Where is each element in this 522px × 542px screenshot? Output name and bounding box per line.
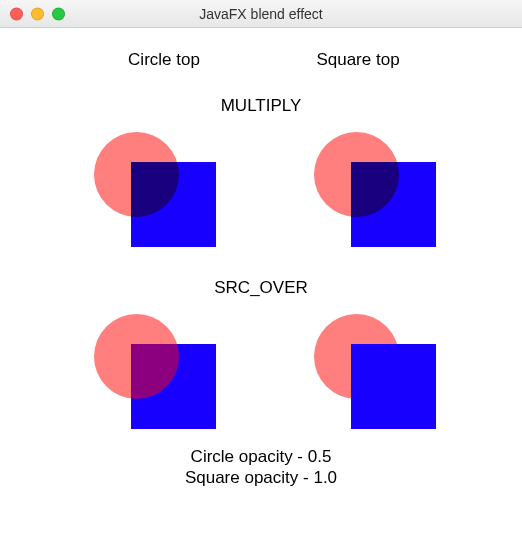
row-srcover	[0, 304, 522, 434]
cell-srcover-circle-top	[76, 304, 226, 434]
minimize-icon[interactable]	[31, 7, 44, 20]
window-title: JavaFX blend effect	[0, 6, 522, 22]
blend-mode-label-multiply: MULTIPLY	[0, 96, 522, 116]
circle-opacity-label: Circle opacity - 0.5	[0, 446, 522, 467]
opacity-footer: Circle opacity - 0.5 Square opacity - 1.…	[0, 446, 522, 489]
cell-multiply-circle-top	[76, 122, 226, 252]
blue-square	[351, 344, 436, 429]
blue-square	[351, 162, 436, 247]
square-opacity-label: Square opacity - 1.0	[0, 467, 522, 488]
column-headers: Circle top Square top	[0, 50, 522, 70]
cell-srcover-square-top	[296, 304, 446, 434]
blend-mode-label-srcover: SRC_OVER	[0, 278, 522, 298]
close-icon[interactable]	[10, 7, 23, 20]
titlebar: JavaFX blend effect	[0, 0, 522, 28]
red-circle	[94, 314, 179, 399]
column-header-circle-top: Circle top	[109, 50, 219, 70]
content-area: Circle top Square top MULTIPLY SRC_OVER …	[0, 28, 522, 489]
row-multiply	[0, 122, 522, 252]
cell-multiply-square-top	[296, 122, 446, 252]
traffic-lights	[10, 7, 65, 20]
red-circle	[94, 132, 179, 217]
column-header-square-top: Square top	[303, 50, 413, 70]
zoom-icon[interactable]	[52, 7, 65, 20]
